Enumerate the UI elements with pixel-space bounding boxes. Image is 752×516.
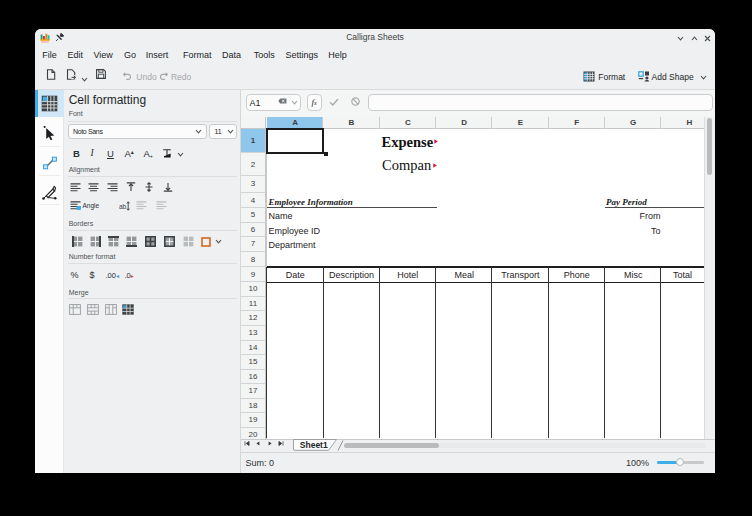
svg-text:ab: ab (119, 202, 127, 209)
